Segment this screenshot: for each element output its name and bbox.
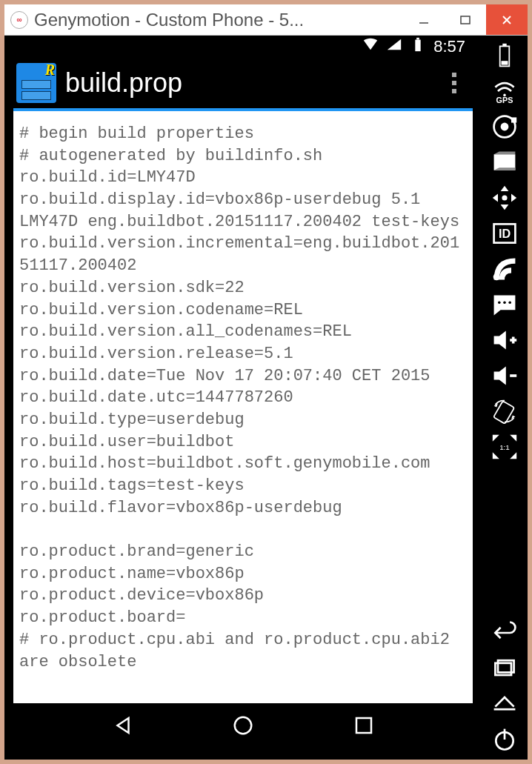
clock-text: 8:57 <box>433 37 465 56</box>
android-navbar <box>13 703 473 751</box>
svg-rect-10 <box>502 61 508 64</box>
sidebar-gps-button[interactable]: GPS <box>487 76 522 107</box>
home-button[interactable] <box>232 714 254 740</box>
battery-icon <box>410 36 426 57</box>
svg-marker-30 <box>494 330 506 349</box>
svg-point-6 <box>235 717 252 734</box>
svg-rect-32 <box>512 337 515 344</box>
sidebar-back-button[interactable] <box>487 617 522 648</box>
svg-marker-41 <box>510 452 516 459</box>
svg-rect-5 <box>416 38 419 40</box>
svg-rect-1 <box>461 16 470 24</box>
overflow-menu-button[interactable] <box>443 73 465 93</box>
sidebar-volume-down-button[interactable] <box>487 360 522 391</box>
svg-rect-34 <box>510 374 516 377</box>
app-icon <box>16 63 56 103</box>
svg-marker-21 <box>493 194 498 202</box>
svg-marker-22 <box>511 194 516 202</box>
sidebar-screencast-button[interactable] <box>487 147 522 178</box>
recents-button[interactable] <box>353 714 375 740</box>
app-actionbar: build.prop <box>13 58 473 111</box>
svg-text:ID: ID <box>499 227 511 240</box>
back-button[interactable] <box>112 714 134 740</box>
svg-rect-7 <box>356 718 371 733</box>
svg-marker-17 <box>494 152 516 155</box>
sidebar-network-button[interactable] <box>487 253 522 285</box>
svg-text:1:1: 1:1 <box>499 443 510 451</box>
signal-icon <box>386 36 402 57</box>
sidebar-battery-button[interactable] <box>487 40 522 71</box>
close-button[interactable] <box>486 4 528 35</box>
svg-marker-20 <box>501 205 509 210</box>
svg-point-23 <box>502 195 507 200</box>
sidebar-camera-button[interactable] <box>487 111 522 142</box>
sidebar-rotate-button[interactable] <box>487 396 522 427</box>
svg-point-14 <box>501 123 509 131</box>
sidebar-sms-button[interactable] <box>487 289 522 320</box>
svg-text:GPS: GPS <box>496 96 513 104</box>
svg-point-28 <box>503 302 506 305</box>
sidebar-remote-button[interactable] <box>487 182 522 213</box>
wifi-icon <box>362 36 379 57</box>
page-title: build.prop <box>65 67 443 99</box>
sidebar-identifier-button[interactable]: ID <box>487 218 522 249</box>
maximize-button[interactable] <box>445 4 486 35</box>
svg-marker-38 <box>493 435 499 442</box>
svg-rect-9 <box>502 44 506 47</box>
svg-rect-15 <box>511 117 516 122</box>
sidebar-recents-button[interactable] <box>487 653 522 684</box>
device-screen: 8:57 build.prop # begin build properties… <box>4 36 482 760</box>
svg-marker-39 <box>510 435 516 442</box>
svg-point-29 <box>508 302 511 305</box>
window-title: Genymotion - Custom Phone - 5... <box>34 10 403 30</box>
svg-point-27 <box>498 302 501 305</box>
sidebar-volume-up-button[interactable] <box>487 325 522 356</box>
svg-marker-33 <box>494 366 506 385</box>
sidebar-pixel-perfect-button[interactable]: 1:1 <box>487 431 522 462</box>
svg-marker-19 <box>501 186 509 191</box>
sidebar-power-button[interactable] <box>487 724 522 755</box>
app-logo-icon: ∞ <box>10 11 28 29</box>
svg-marker-40 <box>493 452 499 459</box>
file-content-view[interactable]: # begin build properties # autogenerated… <box>13 111 473 703</box>
minimize-button[interactable] <box>403 4 445 35</box>
android-statusbar: 8:57 <box>13 36 473 58</box>
window-titlebar: ∞ Genymotion - Custom Phone - 5... <box>4 4 528 36</box>
genymotion-sidebar: GPS ID <box>482 36 528 760</box>
sidebar-home-button[interactable] <box>487 688 522 720</box>
svg-rect-4 <box>416 40 421 52</box>
svg-point-26 <box>493 273 500 280</box>
